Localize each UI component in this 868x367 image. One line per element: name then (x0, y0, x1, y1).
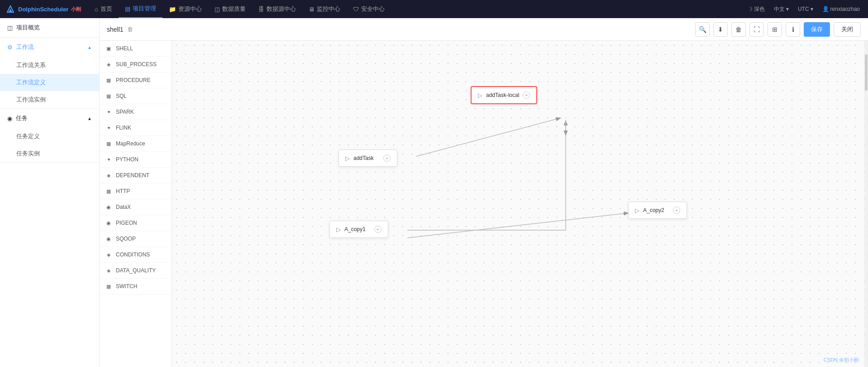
nav-monitor[interactable]: 🖥 监控中心 (302, 0, 347, 18)
theme-toggle[interactable]: ☽ 深色 (745, 5, 768, 14)
security-icon: 🛡 (353, 6, 359, 13)
task-type-switch[interactable]: ▦ SWITCH (100, 279, 172, 295)
sidebar-section-workflow: ⚙ 工作流 ▲ 工作流关系 工作流定义 工作流实例 (0, 38, 99, 109)
main-layout: ◫ 项目概览 ⚙ 工作流 ▲ 工作流关系 工作流定义 工作流实例 ◉ (0, 18, 868, 367)
close-button[interactable]: 关闭 (834, 22, 861, 37)
node-label: addTask (353, 155, 380, 161)
logo-icon (5, 4, 15, 14)
task-section-icon: ◉ (7, 115, 12, 122)
project-section-icon: ◫ (7, 24, 13, 31)
logo: DolphinScheduler 小刚 (5, 4, 81, 14)
pigeon-icon: ◉ (105, 219, 112, 227)
node-addtask[interactable]: ▷ addTask + (339, 150, 397, 167)
toolbar-fullscreen-button[interactable]: ⛶ (749, 22, 764, 37)
switch-icon: ▦ (105, 283, 112, 290)
nav-project[interactable]: ▤ 项目管理 (119, 0, 162, 18)
canvas-scrollbar-thumb[interactable] (865, 54, 868, 91)
nav-right-area: ☽ 深色 中文 ▾ UTC ▾ 👤 renxiaozhao (745, 5, 863, 14)
shell-icon: ▣ (105, 45, 112, 52)
workflow-section-icon: ⚙ (7, 44, 13, 51)
node-label: A_copy1 (344, 226, 371, 232)
python-icon: ✦ (105, 156, 112, 163)
toolbar-search-button[interactable]: 🔍 (695, 22, 710, 37)
sidebar-item-workflow-instance[interactable]: 工作流实例 (0, 91, 99, 108)
flink-icon: ✦ (105, 124, 112, 131)
node-add-button[interactable]: + (383, 155, 391, 162)
sidebar-section-task: ◉ 任务 ▲ 任务定义 任务实例 (0, 109, 99, 163)
toolbar-delete-button[interactable]: 🗑 (731, 22, 746, 37)
task-type-data-quality[interactable]: ◈ DATA_QUALITY (100, 263, 172, 279)
edit-icon[interactable]: 🗑 (127, 26, 133, 33)
datax-icon: ◉ (105, 203, 112, 211)
task-type-dependent[interactable]: ◈ DEPENDENT (100, 168, 172, 184)
editor-body: ▣ SHELL ◈ SUB_PROCESS ▦ PROCEDURE ▦ SQL … (100, 41, 868, 367)
user-menu[interactable]: 👤 renxiaozhao (820, 5, 863, 13)
node-add-button[interactable]: + (523, 92, 530, 99)
nav-data-quality[interactable]: ◫ 数据质量 (208, 0, 252, 18)
toolbar-download-button[interactable]: ⬇ (713, 22, 728, 37)
sqoop-icon: ◉ (105, 235, 112, 242)
sidebar-item-workflow-definition[interactable]: 工作流定义 (0, 74, 99, 91)
canvas-scrollbar-vertical[interactable] (864, 41, 868, 367)
home-icon: ⌂ (95, 6, 98, 13)
nav-resource[interactable]: 📁 资源中心 (162, 0, 208, 18)
nav-security[interactable]: 🛡 安全中心 (347, 0, 391, 18)
node-addtask-icon: ▷ (345, 155, 350, 162)
sidebar-item-task-definition[interactable]: 任务定义 (0, 128, 99, 145)
toolbar-info-button[interactable]: ℹ (786, 22, 800, 37)
task-type-procedure[interactable]: ▦ PROCEDURE (100, 72, 172, 88)
timezone-toggle[interactable]: UTC ▾ (795, 5, 816, 13)
task-type-pigeon[interactable]: ◉ PIGEON (100, 215, 172, 231)
sidebar-item-task-instance[interactable]: 任务实例 (0, 145, 99, 162)
mapreduce-icon: ▦ (105, 140, 112, 147)
lang-toggle[interactable]: 中文 ▾ (771, 5, 792, 14)
canvas-area[interactable]: ▷ addTask-local + ▷ addTask + ▷ A_copy1 … (172, 41, 868, 367)
save-button[interactable]: 保存 (804, 22, 830, 37)
task-type-sql[interactable]: ▦ SQL (100, 88, 172, 104)
logo-text: DolphinScheduler (18, 6, 68, 13)
node-acopy1-icon: ▷ (336, 226, 341, 233)
node-addtask-local[interactable]: ▷ addTask-local + (471, 86, 537, 104)
fit-icon: ⊞ (772, 26, 777, 33)
task-chevron-icon: ▲ (87, 116, 92, 121)
nav-datasource[interactable]: 🗄 数据源中心 (252, 0, 302, 18)
sidebar-item-workflow-relations[interactable]: 工作流关系 (0, 57, 99, 74)
task-type-http[interactable]: ▦ HTTP (100, 184, 172, 199)
nav-home[interactable]: ⌂ 首页 (88, 0, 119, 18)
http-icon: ▦ (105, 188, 112, 195)
task-type-conditions[interactable]: ◈ CONDITIONS (100, 247, 172, 263)
node-a-copy2[interactable]: ▷ A_copy2 + (628, 202, 687, 219)
data-quality-icon: ◈ (105, 267, 112, 274)
resource-icon: 📁 (169, 6, 176, 13)
workflow-chevron-icon: ▲ (87, 45, 92, 50)
node-a-copy1[interactable]: ▷ A_copy1 + (329, 221, 388, 238)
task-type-sqoop[interactable]: ◉ SQOOP (100, 231, 172, 247)
node-add-button[interactable]: + (673, 207, 680, 214)
task-type-datax[interactable]: ◉ DataX (100, 199, 172, 215)
procedure-icon: ▦ (105, 77, 112, 84)
task-type-python[interactable]: ✦ PYTHON (100, 152, 172, 168)
workflow-title: shell1 (107, 26, 124, 33)
node-label: A_copy2 (643, 207, 669, 213)
top-navigation: DolphinScheduler 小刚 ⌂ 首页 ▤ 项目管理 📁 资源中心 ◫… (0, 0, 868, 18)
sidebar-header-task[interactable]: ◉ 任务 ▲ (0, 109, 99, 128)
task-type-subprocess[interactable]: ◈ SUB_PROCESS (100, 57, 172, 72)
sidebar-section-project: ◫ 项目概览 (0, 18, 99, 38)
sidebar-header-project[interactable]: ◫ 项目概览 (0, 18, 99, 37)
dependent-icon: ◈ (105, 172, 112, 179)
task-type-shell[interactable]: ▣ SHELL (100, 41, 172, 57)
sidebar: ◫ 项目概览 ⚙ 工作流 ▲ 工作流关系 工作流定义 工作流实例 ◉ (0, 18, 100, 367)
toolbar-fit-button[interactable]: ⊞ (768, 22, 782, 37)
task-type-flink[interactable]: ✦ FLINK (100, 120, 172, 136)
editor-header: shell1 🗑 🔍 ⬇ 🗑 ⛶ ⊞ ℹ 保存 关闭 (100, 18, 868, 41)
user-icon: 👤 (822, 6, 829, 12)
fullscreen-icon: ⛶ (754, 26, 760, 33)
task-type-mapreduce[interactable]: ▦ MapReduce (100, 136, 172, 152)
node-add-button[interactable]: + (374, 226, 382, 233)
sql-icon: ▦ (105, 92, 112, 100)
monitor-icon: 🖥 (309, 6, 315, 13)
sidebar-header-workflow[interactable]: ⚙ 工作流 ▲ (0, 38, 99, 57)
task-type-spark[interactable]: ✦ SPARK (100, 104, 172, 120)
brand-watermark: CSDN 余初小刚 (824, 357, 859, 363)
dataquality-icon: ◫ (215, 6, 220, 13)
